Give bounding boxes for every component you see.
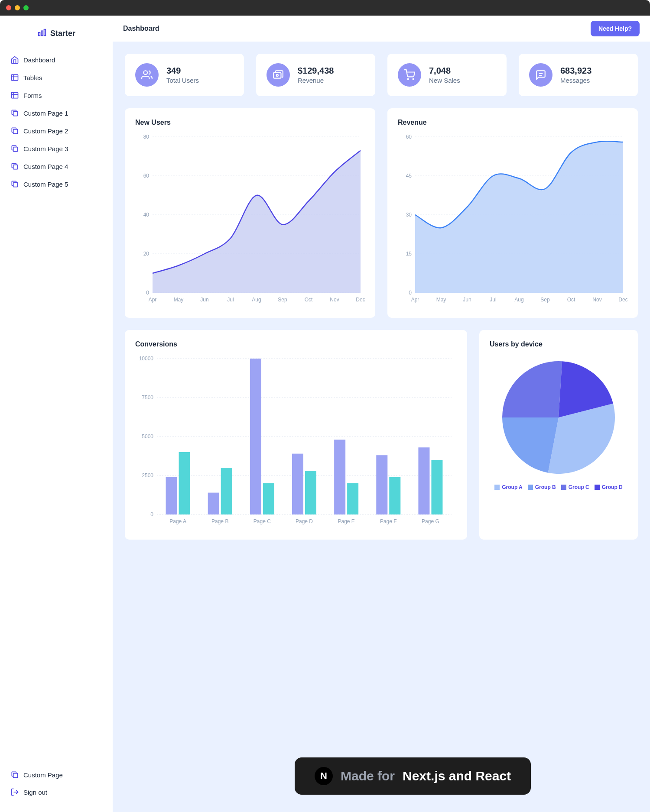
nav-label: Custom Page 4 <box>23 163 68 170</box>
svg-text:Page F: Page F <box>380 518 397 524</box>
nav-custom-1[interactable]: Custom Page 1 <box>9 105 104 121</box>
svg-rect-74 <box>208 493 219 514</box>
stat-messages: 683,923 Messages <box>519 54 638 96</box>
svg-rect-81 <box>305 471 316 514</box>
svg-rect-75 <box>221 468 232 514</box>
chart-title: Revenue <box>398 119 627 126</box>
main: Dashboard Need Help? 349 Total Users <box>113 16 650 812</box>
svg-text:Page A: Page A <box>169 518 186 524</box>
chart-title: Users by device <box>490 340 627 348</box>
stat-label: Revenue <box>298 77 334 84</box>
nav-label: Tables <box>23 74 42 81</box>
svg-rect-80 <box>292 454 303 514</box>
help-button[interactable]: Need Help? <box>591 21 640 36</box>
nav-label: Dashboard <box>23 56 55 64</box>
svg-point-18 <box>276 74 278 76</box>
window-titlebar <box>0 0 650 16</box>
money-icon <box>266 63 290 87</box>
svg-rect-10 <box>13 129 18 134</box>
stat-label: Total Users <box>166 77 199 84</box>
copy-icon <box>10 109 19 117</box>
svg-text:Jun: Jun <box>463 297 471 303</box>
nav-label: Custom Page 5 <box>23 181 68 188</box>
svg-rect-77 <box>250 359 261 514</box>
svg-text:0: 0 <box>146 290 149 296</box>
chart-title: Conversions <box>135 340 457 348</box>
svg-text:Nov: Nov <box>592 297 601 303</box>
nav-dashboard[interactable]: Dashboard <box>9 52 104 68</box>
svg-text:Page E: Page E <box>338 518 354 524</box>
chart-new-users: New Users 020406080AprMayJunJulAugSepOct… <box>125 108 375 318</box>
topbar: Dashboard Need Help? <box>113 16 650 42</box>
svg-text:Nov: Nov <box>330 297 339 303</box>
maximize-dot[interactable] <box>23 5 29 10</box>
chart-svg: 025005000750010000Page APage BPage CPage… <box>135 354 456 527</box>
page-title: Dashboard <box>123 25 159 32</box>
svg-text:Aug: Aug <box>514 297 523 303</box>
svg-text:20: 20 <box>143 251 150 257</box>
svg-text:Oct: Oct <box>305 297 313 303</box>
nav-custom-2[interactable]: Custom Page 2 <box>9 123 104 139</box>
stat-value: 7,048 <box>429 66 460 76</box>
svg-rect-84 <box>347 483 358 514</box>
svg-rect-6 <box>12 92 18 98</box>
svg-text:0: 0 <box>150 511 153 518</box>
nav-forms[interactable]: Forms <box>9 87 104 103</box>
stat-value: 349 <box>166 66 199 76</box>
chart-svg: 020406080AprMayJunJulAugSepOctNovDec <box>135 133 365 306</box>
copy-icon <box>10 180 19 188</box>
svg-text:30: 30 <box>406 212 412 218</box>
nav-custom-5[interactable]: Custom Page 5 <box>9 176 104 192</box>
svg-text:Jul: Jul <box>490 297 496 303</box>
message-icon <box>529 63 552 87</box>
nav-main: Dashboard Tables Forms Custom Page 1 Cus… <box>9 52 104 192</box>
nav-label: Custom Page 2 <box>23 127 68 135</box>
chart-svg: 015304560AprMayJunJulAugSepOctNovDec <box>398 133 627 306</box>
close-dot[interactable] <box>6 5 11 10</box>
svg-text:40: 40 <box>143 212 150 218</box>
svg-rect-9 <box>13 112 18 116</box>
svg-text:Sep: Sep <box>278 297 287 303</box>
badge-suffix: Next.js and React <box>403 769 511 783</box>
legend-label: Group C <box>569 484 589 490</box>
made-for-badge: N Made for Next.js and React <box>295 757 531 795</box>
copy-icon <box>10 770 19 779</box>
stat-total-users: 349 Total Users <box>125 54 244 96</box>
stat-new-sales: 7,048 New Sales <box>387 54 507 96</box>
svg-text:Page B: Page B <box>211 518 228 524</box>
brand-text: Starter <box>50 29 75 38</box>
svg-rect-13 <box>13 183 18 187</box>
svg-text:Aug: Aug <box>252 297 261 303</box>
svg-rect-78 <box>263 483 274 514</box>
chart-revenue: Revenue 015304560AprMayJunJulAugSepOctNo… <box>387 108 638 318</box>
minimize-dot[interactable] <box>15 5 20 10</box>
svg-text:Jun: Jun <box>200 297 208 303</box>
svg-rect-1 <box>41 31 43 36</box>
svg-text:10000: 10000 <box>139 356 154 362</box>
legend-label: Group D <box>602 484 623 490</box>
nav-tables[interactable]: Tables <box>9 70 104 85</box>
nav-custom-4[interactable]: Custom Page 4 <box>9 159 104 174</box>
form-icon <box>10 91 19 100</box>
svg-rect-90 <box>431 460 442 514</box>
stat-value: 683,923 <box>560 66 592 76</box>
stat-row: 349 Total Users $129,438 Revenue <box>125 54 638 96</box>
svg-point-19 <box>408 79 409 80</box>
stat-value: $129,438 <box>298 66 334 76</box>
badge-prefix: Made for <box>341 769 395 783</box>
nav-custom-3[interactable]: Custom Page 3 <box>9 141 104 156</box>
brand[interactable]: Starter <box>37 28 104 39</box>
svg-text:7500: 7500 <box>142 395 153 401</box>
chart-svg <box>498 357 619 478</box>
svg-rect-72 <box>179 452 190 514</box>
svg-text:Apr: Apr <box>411 297 419 303</box>
svg-text:Oct: Oct <box>567 297 575 303</box>
svg-text:15: 15 <box>406 251 412 257</box>
nav-signout[interactable]: Sign out <box>9 784 104 800</box>
svg-text:0: 0 <box>409 290 412 296</box>
svg-text:Jul: Jul <box>227 297 234 303</box>
svg-text:Apr: Apr <box>149 297 157 303</box>
brand-chart-icon <box>37 28 47 39</box>
nav-custom-page[interactable]: Custom Page <box>9 767 104 783</box>
legend-label: Group A <box>502 484 523 490</box>
